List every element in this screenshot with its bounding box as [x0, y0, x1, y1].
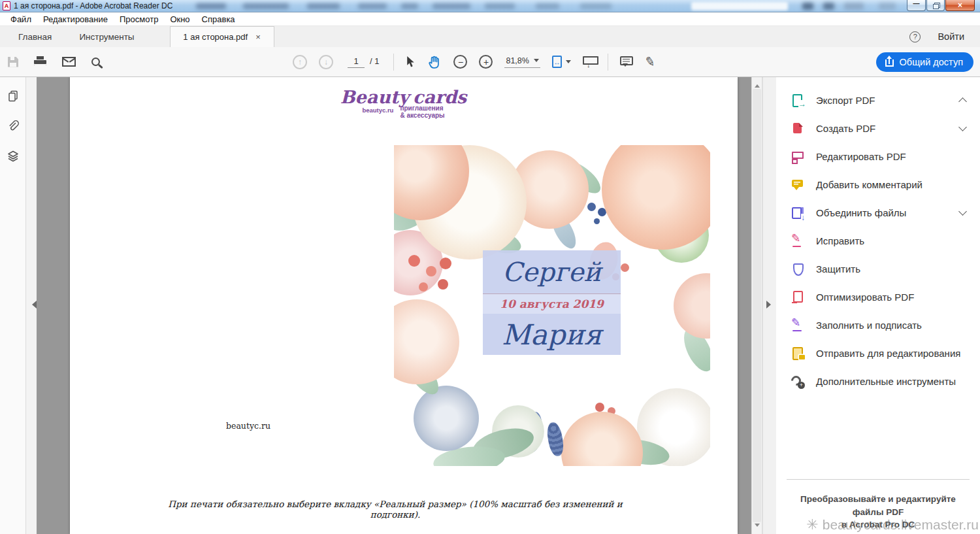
zoom-level-dropdown[interactable]: 81,8%	[504, 56, 540, 68]
blurred-background-content	[358, 3, 387, 9]
acrobat-reader-window: A 1 ая сторона.pdf - Adobe Acrobat Reade…	[0, 0, 980, 534]
hand-tool-icon[interactable]	[427, 55, 442, 69]
share-button-label: Общий доступ	[900, 57, 963, 67]
restore-button[interactable]	[926, 0, 945, 11]
window-title: 1 ая сторона.pdf - Adobe Acrobat Reader …	[14, 1, 172, 10]
layers-icon[interactable]	[6, 149, 20, 163]
panel-tool-label: Оптимизировать PDF	[816, 292, 914, 303]
panel-tool-label: Объединить файлы	[816, 207, 906, 218]
blurred-background-content	[802, 3, 813, 10]
zoom-out-icon[interactable]: −	[453, 55, 467, 69]
scroll-up-icon[interactable]	[755, 82, 760, 88]
save-icon[interactable]	[8, 57, 18, 67]
tab-bar: Главная Инструменты 1 ая сторона.pdf × ?…	[0, 26, 980, 47]
sign-in-button[interactable]: Войти	[938, 31, 964, 42]
minimize-button[interactable]: —	[907, 0, 926, 11]
scrollbar-thumb[interactable]	[753, 89, 761, 522]
panel-tool-export[interactable]: Экспорт PDF	[776, 86, 980, 114]
chevron-up-icon[interactable]	[958, 97, 967, 106]
page-thumbnails-icon[interactable]	[6, 89, 20, 103]
window-title-group: A 1 ая сторона.pdf - Adobe Acrobat Reade…	[3, 1, 172, 10]
reading-mode-icon[interactable]	[583, 56, 596, 69]
chevron-down-icon	[566, 60, 571, 66]
page-total-label: / 1	[370, 56, 379, 66]
search-icon[interactable]	[91, 58, 100, 66]
panel-tool-protect[interactable]: Защитить	[776, 255, 980, 283]
panel-tool-label: Редактировать PDF	[816, 151, 906, 162]
blurred-background-content	[307, 3, 340, 9]
print-icon[interactable]	[34, 56, 46, 67]
groom-name: Сергей	[502, 257, 601, 287]
blurred-background-content	[580, 3, 612, 9]
menu-item-0[interactable]: Файл	[5, 13, 37, 25]
flower-decoration	[674, 273, 710, 339]
share-button[interactable]: Общий доступ	[876, 52, 973, 72]
panel-tool-create[interactable]: Создать PDF	[776, 114, 980, 142]
acrobat-app-icon: A	[3, 1, 10, 10]
highlight-tool-icon[interactable]: ✎	[644, 55, 656, 69]
tab-document-label: 1 ая сторона.pdf	[183, 32, 248, 42]
panel-tool-label: Создать PDF	[816, 123, 875, 134]
panel-tool-comment[interactable]: Добавить комментарий	[776, 171, 980, 199]
side-url-note: beautyc.ru	[226, 421, 270, 431]
panel-tool-optimize[interactable]: Оптимизировать PDF	[776, 283, 980, 311]
select-tool-icon[interactable]	[406, 56, 416, 68]
panel-tool-label: Дополнительные инструменты	[816, 376, 956, 387]
flower-decoration	[408, 255, 420, 267]
optimize-pdf-icon	[791, 290, 805, 305]
protect-pdf-icon	[791, 262, 805, 276]
toolbar: ↑ ↓ 1 / 1 − + 81,8% ✎	[0, 47, 980, 77]
menu-item-1[interactable]: Редактирование	[38, 13, 113, 25]
vertical-scrollbar[interactable]	[751, 77, 762, 534]
next-page-icon[interactable]: ↓	[319, 55, 333, 69]
wedding-date: 10 августа 2019	[500, 297, 604, 310]
menu-item-3[interactable]: Окно	[165, 13, 195, 25]
more-pdf-icon	[791, 375, 805, 389]
chevron-down-icon[interactable]	[958, 207, 967, 216]
groom-name-plate: Сергей	[483, 250, 621, 293]
menu-bar: ФайлРедактированиеПросмотрОкноСправка	[0, 12, 980, 26]
zoom-in-icon[interactable]: +	[479, 55, 493, 69]
panel-tool-sign[interactable]: Заполнить и подписать	[776, 311, 980, 339]
close-button[interactable]: ×	[945, 0, 975, 11]
left-panel-collapse-rail[interactable]	[26, 77, 37, 534]
panel-tool-more[interactable]: Дополнительные инструменты	[776, 367, 980, 395]
blurred-background-content	[433, 3, 470, 9]
attachments-icon[interactable]	[6, 119, 20, 133]
panel-tool-send[interactable]: Отправить для редактирования	[776, 339, 980, 367]
watermark: ✳ beautycards.livemaster.ru	[806, 516, 979, 533]
collapse-left-icon[interactable]	[28, 301, 37, 309]
panel-tool-combine[interactable]: Объединить файлы	[776, 199, 980, 227]
panel-tool-label: Отправить для редактирования	[816, 348, 960, 359]
expand-right-icon[interactable]	[766, 301, 775, 309]
right-panel-collapse-rail[interactable]	[762, 77, 776, 534]
email-icon[interactable]	[62, 57, 76, 67]
flower-decoration	[546, 421, 566, 457]
chevron-down-icon[interactable]	[958, 123, 967, 131]
tab-close-icon[interactable]: ×	[255, 33, 261, 41]
help-icon[interactable]: ?	[909, 31, 921, 42]
fit-width-icon	[552, 56, 562, 68]
blurred-background-content	[844, 3, 864, 10]
export-pdf-icon	[791, 93, 805, 108]
scroll-down-icon[interactable]	[755, 524, 760, 529]
page-number-input[interactable]: 1	[348, 56, 365, 68]
document-canvas: Beauty cards beautyc.ru приглашения	[37, 77, 751, 534]
panel-tool-fix[interactable]: Исправить	[776, 227, 980, 255]
panel-tool-label: Исправить	[816, 235, 864, 246]
left-navigation-rail	[0, 77, 26, 534]
menu-item-4[interactable]: Справка	[197, 13, 240, 25]
tab-home[interactable]: Главная	[9, 26, 61, 47]
previous-page-icon[interactable]: ↑	[293, 55, 307, 69]
tab-document[interactable]: 1 ая сторона.pdf ×	[170, 26, 274, 47]
menu-item-2[interactable]: Просмотр	[114, 13, 163, 25]
sign-pdf-icon	[791, 318, 805, 333]
asterisk-icon: ✳	[806, 516, 818, 533]
fit-width-dropdown[interactable]	[552, 56, 571, 68]
comment-tool-icon[interactable]	[620, 56, 633, 65]
panel-tool-edit[interactable]: Редактировать PDF	[776, 142, 980, 171]
chevron-down-icon	[534, 59, 539, 65]
watermark-text: beautycards.livemaster.ru	[823, 517, 979, 533]
window-title-bar: A 1 ая сторона.pdf - Adobe Acrobat Reade…	[0, 0, 980, 12]
tab-tools[interactable]: Инструменты	[70, 26, 143, 47]
